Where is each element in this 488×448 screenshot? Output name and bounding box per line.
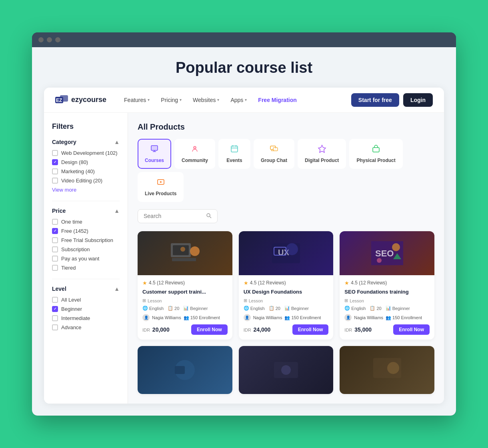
tab-groupchat[interactable]: Group Chat bbox=[254, 139, 294, 169]
filter-label-intermediate: Intermediate bbox=[61, 315, 90, 321]
checkbox-advance[interactable] bbox=[52, 324, 58, 330]
courses-icon bbox=[150, 144, 159, 155]
nav-migration-label: Free Migration bbox=[258, 97, 296, 103]
browser-dot-green bbox=[55, 37, 60, 42]
tab-live[interactable]: Live Products bbox=[138, 172, 184, 202]
instructor-1: Nagia Williams bbox=[152, 315, 181, 320]
filter-label-subscription: Subscription bbox=[61, 246, 90, 252]
filter-item-payasyouwant[interactable]: Pay as you want bbox=[52, 256, 120, 262]
nav-websites[interactable]: Websites ▾ bbox=[188, 94, 224, 106]
checkbox-alllevel[interactable] bbox=[52, 297, 58, 303]
filter-item-free[interactable]: Free (1452) bbox=[52, 228, 120, 234]
navbar: EZ ezycourse Features ▾ Pricing ▾ Websit… bbox=[44, 88, 444, 113]
checkbox-intermediate[interactable] bbox=[52, 315, 58, 321]
search-input[interactable] bbox=[144, 213, 203, 219]
checkbox-beginner[interactable] bbox=[52, 306, 58, 312]
course-card-5 bbox=[239, 346, 334, 394]
avatar-1: 👤 bbox=[142, 314, 150, 321]
lesson-icon: ⊞ bbox=[142, 298, 146, 303]
nav-pricing[interactable]: Pricing ▾ bbox=[156, 94, 186, 106]
level-text-2: Beginner bbox=[291, 306, 309, 311]
currency-2: IDR bbox=[244, 328, 251, 332]
price-label: Price bbox=[52, 208, 66, 214]
svg-point-34 bbox=[377, 258, 382, 263]
checkbox-trial[interactable] bbox=[52, 237, 58, 243]
filter-item-onetime[interactable]: One time bbox=[52, 219, 120, 225]
svg-marker-18 bbox=[160, 181, 162, 183]
logo-text: ezycourse bbox=[71, 96, 106, 104]
checkbox-design[interactable] bbox=[52, 159, 58, 165]
filter-item-video[interactable]: Video Editing (20) bbox=[52, 178, 120, 184]
category-label: Category bbox=[52, 139, 76, 145]
level-text-3: Beginner bbox=[392, 306, 410, 311]
nav-features[interactable]: Features ▾ bbox=[119, 94, 154, 106]
level-toggle[interactable]: ▲ bbox=[114, 286, 120, 292]
checkbox-marketing[interactable] bbox=[52, 168, 58, 174]
enroll-button-1[interactable]: Enroll Now bbox=[191, 324, 228, 335]
all-products-title: All Products bbox=[138, 122, 434, 132]
view-more-link[interactable]: View more bbox=[52, 187, 120, 193]
tab-digital[interactable]: Digital Product bbox=[298, 139, 346, 169]
course-thumbnail-6 bbox=[340, 346, 434, 394]
product-tabs: Courses Community Events bbox=[138, 139, 434, 202]
nav-actions: Start for free Login bbox=[351, 93, 433, 107]
checkbox-free[interactable] bbox=[52, 228, 58, 234]
enroll-button-2[interactable]: Enroll Now bbox=[292, 324, 329, 335]
login-button[interactable]: Login bbox=[403, 93, 433, 107]
price-toggle[interactable]: ▲ bbox=[114, 208, 120, 214]
enrollment-icon: 👥 bbox=[184, 315, 189, 320]
rating-value-2: 4.5 (12 Reviews) bbox=[250, 280, 286, 286]
enrollment-text-2: 150 Enrollment bbox=[291, 315, 321, 320]
course-footer-2: IDR 24,000 Enroll Now bbox=[244, 324, 329, 335]
filter-item-design[interactable]: Design (80) bbox=[52, 159, 120, 165]
search-bar bbox=[138, 209, 218, 223]
nav-migration[interactable]: Free Migration bbox=[253, 94, 301, 106]
svg-point-25 bbox=[180, 247, 185, 252]
filter-item-tiered[interactable]: Tiered bbox=[52, 265, 120, 271]
checkbox-payasyouwant[interactable] bbox=[52, 256, 58, 262]
filter-item-alllevel[interactable]: All Level bbox=[52, 297, 120, 303]
lessons-icon: 📋 bbox=[269, 306, 274, 311]
course-type-1: Lesson bbox=[148, 298, 162, 303]
course-meta-2: ⊞ Lesson bbox=[244, 298, 329, 303]
price-2: IDR 24,000 bbox=[244, 326, 271, 333]
checkbox-web[interactable] bbox=[52, 150, 58, 156]
filter-item-web[interactable]: Web Development (102) bbox=[52, 150, 120, 156]
course-footer-3: IDR 35,000 Enroll Now bbox=[344, 324, 430, 335]
tab-community[interactable]: Community bbox=[174, 139, 215, 169]
filter-item-trial[interactable]: Free Trial Subscription bbox=[52, 237, 120, 243]
level-item-2: 📊 Beginner bbox=[284, 306, 309, 311]
filter-item-intermediate[interactable]: Intermediate bbox=[52, 315, 120, 321]
filter-item-beginner[interactable]: Beginner bbox=[52, 306, 120, 312]
category-toggle[interactable]: ▲ bbox=[114, 139, 120, 145]
start-for-free-button[interactable]: Start for free bbox=[351, 93, 399, 107]
currency-1: IDR bbox=[142, 328, 150, 332]
price-value-2: 24,000 bbox=[254, 326, 271, 333]
checkbox-tiered[interactable] bbox=[52, 265, 58, 271]
app-card: EZ ezycourse Features ▾ Pricing ▾ Websit… bbox=[44, 88, 444, 404]
svg-marker-15 bbox=[318, 145, 326, 152]
filter-label-trial: Free Trial Subscription bbox=[61, 237, 113, 243]
svg-point-40 bbox=[387, 362, 399, 374]
level-item-3: 📊 Beginner bbox=[386, 306, 410, 311]
checkbox-onetime[interactable] bbox=[52, 219, 58, 225]
course-thumbnail-5 bbox=[239, 346, 334, 394]
nav-apps[interactable]: Apps ▾ bbox=[226, 94, 252, 106]
checkbox-video[interactable] bbox=[52, 178, 58, 184]
filter-label-marketing: Marketing (40) bbox=[61, 168, 95, 174]
course-body-2: ★ 4.5 (12 Reviews) UX Design Foundations… bbox=[239, 275, 334, 340]
community-icon bbox=[190, 144, 199, 155]
filter-item-advance[interactable]: Advance bbox=[52, 324, 120, 330]
enroll-button-3[interactable]: Enroll Now bbox=[393, 324, 430, 335]
filter-item-subscription[interactable]: Subscription bbox=[52, 246, 120, 252]
tab-events[interactable]: Events bbox=[218, 139, 250, 169]
tab-physical[interactable]: Physical Product bbox=[349, 139, 402, 169]
checkbox-subscription[interactable] bbox=[52, 246, 58, 252]
filter-item-marketing[interactable]: Marketing (40) bbox=[52, 168, 120, 174]
logo-icon: EZ bbox=[55, 95, 68, 105]
nav-websites-label: Websites bbox=[193, 97, 216, 103]
course-card-1: ★ 4.5 (12 Reviews) Customer support trai… bbox=[138, 231, 232, 340]
tab-courses[interactable]: Courses bbox=[138, 139, 171, 169]
svg-point-23 bbox=[190, 246, 200, 256]
course-type-3: Lesson bbox=[350, 298, 364, 303]
